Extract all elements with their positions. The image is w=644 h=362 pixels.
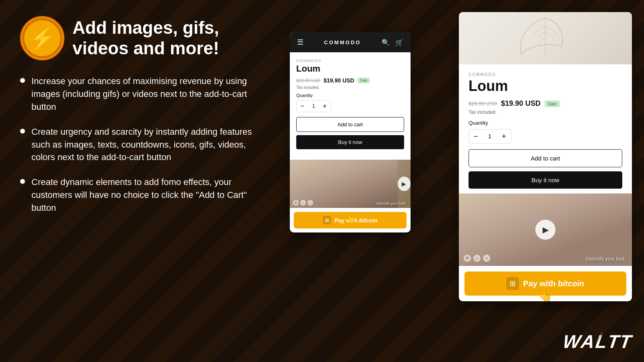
mobile-cursor-hand: 👆 [345,213,356,224]
cart-icon[interactable]: 🛒 [395,39,403,46]
mobile-price-row: $29.90 USD $19.90 USD Sale [296,77,404,84]
bullet-item-1: Increase your chances of maximising reve… [20,75,262,113]
desktop-new-price: $19.90 USD [501,99,541,108]
mobile-nav-brand: COMMODO [324,39,361,45]
nav-icons: 🔍 🛒 [382,39,403,46]
mobile-new-price: $19.90 USD [324,77,354,84]
mobile-bitcoin-icon: ⊞ [323,216,331,224]
bullets-list: Increase your chances of maximising reve… [20,75,262,214]
search-icon[interactable]: 🔍 [382,39,390,46]
mobile-qty-row: − 1 + [296,100,331,112]
content-wrapper: ⚡ Add images, gifs, videos and more! Inc… [0,0,644,362]
desktop-vc-1: © [464,255,471,262]
bullet-item-3: Create dynamic elements to add fomo effe… [20,176,262,214]
desktop-qty-increase[interactable]: + [497,130,511,143]
desktop-vc-3: ○ [483,255,490,262]
mobile-vc-3: ○ [308,200,313,206]
mobile-vc-2: ○ [300,200,306,206]
mobile-screenshot: ☰ COMMODO 🔍 🛒 COMMODO Loum $29.90 USD $1… [290,32,411,232]
mobile-sale-badge: Sale [357,78,369,83]
mobile-qty-decrease[interactable]: − [297,101,308,112]
bullet-item-2: Create urgency and scarcity by instantly… [20,125,262,164]
bullet-dot-2 [20,129,25,134]
desktop-old-price: $29.90 USD [469,101,497,107]
right-panel: ☰ COMMODO 🔍 🛒 COMMODO Loum $29.90 USD $1… [282,0,644,362]
left-panel: ⚡ Add images, gifs, videos and more! Inc… [0,0,282,362]
desktop-add-to-cart-button[interactable]: Add to cart [469,149,622,167]
desktop-qty-decrease[interactable]: − [469,130,483,143]
desktop-bitcoin-wrapper: ⊞ Pay with bitcoin 👆 [459,272,632,296]
lightning-icon: ⚡ [29,28,56,49]
desktop-bitcoin-text: Pay with bitcoin [523,279,584,288]
desktop-video-controls: © ○ ○ [464,255,490,262]
mobile-nav: ☰ COMMODO 🔍 🛒 [290,32,411,52]
desktop-product-brand: COMMODO [469,72,622,77]
desktop-buy-now-button[interactable]: Buy it now [469,171,622,189]
mobile-qty-value: 1 [308,103,319,109]
desktop-screenshot: COMMODO Loum $29.90 USD $19.90 USD Sale … [459,12,632,301]
mobile-video-thumb: ▶ Intensify your look. © ○ ○ [290,160,411,208]
main-heading: Add images, gifs, videos and more! [72,18,262,58]
mobile-buy-now-button[interactable]: Buy it now [296,135,404,149]
mobile-tax-note: Tax included. [296,85,404,90]
desktop-product-image [459,12,632,64]
mobile-add-to-cart-button[interactable]: Add to cart [296,117,404,132]
bullet-dot-3 [20,179,25,184]
desktop-play-button[interactable]: ▶ [535,220,555,240]
desktop-video-caption: Intensify your look. [586,256,626,262]
waltt-logo-text: WAL/TT [563,331,632,352]
hamburger-icon[interactable]: ☰ [297,38,303,47]
mobile-product-name: Loum [296,64,404,74]
desktop-qty-label: Quantity [469,120,622,126]
desktop-cursor-hand: 👆 [539,290,553,301]
mobile-product-brand: COMMODO [296,59,404,63]
desktop-tax-note: Tax included. [469,109,622,115]
desktop-qty-value: 1 [483,133,497,140]
desktop-qty-row: − 1 + [469,129,511,144]
bullet-text-3: Create dynamic elements to add fomo effe… [31,176,262,214]
desktop-vc-2: ○ [473,255,481,262]
bullet-text-1: Increase your chances of maximising reve… [31,75,262,113]
leaf-svg [513,14,578,62]
desktop-price-row: $29.90 USD $19.90 USD Sale [469,99,622,108]
mobile-play-button[interactable]: ▶ [398,177,411,191]
desktop-video-thumb: ▶ Intensify your look. © ○ ○ [459,193,632,266]
logo-circle: ⚡ [20,16,64,60]
desktop-product-name: Loum [469,78,622,95]
mobile-old-price: $29.90 USD [296,78,320,83]
desktop-product-info: COMMODO Loum $29.90 USD $19.90 USD Sale … [459,64,632,189]
bullet-text-2: Create urgency and scarcity by instantly… [31,125,262,164]
desktop-sale-badge: Sale [545,101,560,107]
waltt-logo: WAL/TT [563,331,632,352]
desktop-bitcoin-icon: ⊞ [506,277,519,290]
bullet-dot-1 [20,78,25,83]
mobile-vc-1: © [293,200,299,206]
mobile-video-caption: Intensify your look. [376,202,407,206]
mobile-qty-label: Quantity [296,93,404,98]
mobile-product: COMMODO Loum $29.90 USD $19.90 USD Sale … [290,52,411,160]
mobile-video-controls: © ○ ○ [293,200,313,206]
header-row: ⚡ Add images, gifs, videos and more! [20,16,262,60]
mobile-qty-increase[interactable]: + [319,101,330,112]
